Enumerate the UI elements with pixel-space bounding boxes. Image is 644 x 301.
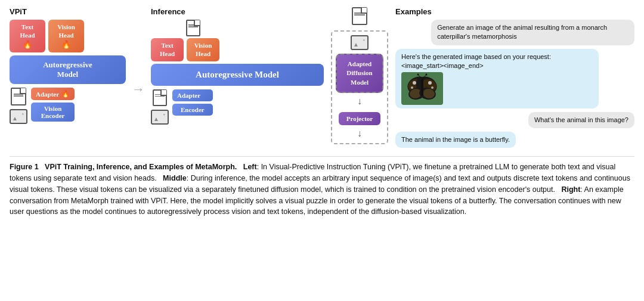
adapted-diffusion-box: Adapted Diffusion Model	[336, 54, 383, 93]
chat-bubble-4: The animal in the image is a butterfly.	[395, 132, 516, 148]
svg-point-10	[428, 81, 432, 85]
projector-box: Projector	[339, 112, 380, 125]
image-icon-diffusion	[351, 35, 369, 50]
vpit-stacked: Adapter 🔥 Vision Encoder	[31, 88, 75, 122]
vpit-adapter: Adapter 🔥	[31, 88, 75, 100]
inference-adapter: Adapter	[172, 89, 213, 101]
vpit-bottom-row: Adapter 🔥 Vision Encoder	[10, 88, 126, 124]
svg-point-9	[413, 81, 416, 85]
vpit-text-head: Text Head 🔥	[10, 20, 45, 52]
diffusion-arrow-down: ↓	[357, 97, 362, 106]
inference-text-head: Text Head	[151, 38, 184, 61]
diffusion-panel: Adapted Diffusion Model ↓ Projector ↓	[330, 7, 389, 148]
flame-icon-adapter: 🔥	[61, 90, 70, 98]
chat-bubble-2: Here's the generated image based on your…	[395, 49, 599, 108]
inference-bottom: Adapter Encoder	[151, 89, 324, 125]
doc-icon-inference2	[153, 89, 167, 106]
svg-rect-13	[421, 79, 423, 96]
vpit-to-inference-arrow: →	[132, 7, 145, 148]
caption-middle-label: Middle	[163, 174, 187, 182]
caption-left-label: Left	[243, 163, 257, 171]
image-icon-vpit	[10, 109, 27, 124]
vpit-vision-head: Vision Head 🔥	[48, 20, 84, 52]
diffusion-dashed-box: Adapted Diffusion Model ↓ Projector ↓	[331, 30, 388, 144]
caption-title: VPiT Training, Inference, and Examples o…	[45, 163, 237, 171]
examples-title: Examples	[395, 7, 634, 16]
svg-point-12	[431, 86, 434, 89]
vpit-heads-row: Text Head 🔥 Vision Head 🔥	[10, 20, 126, 52]
doc-icon-diffusion	[352, 7, 367, 25]
image-icon-inference	[151, 110, 169, 125]
svg-point-11	[411, 86, 413, 89]
inference-title: Inference	[151, 7, 324, 16]
doc-icon-inference	[186, 20, 200, 36]
flame-icon-text: 🔥	[23, 40, 32, 50]
figure-caption: Figure 1 VPiT Training, Inference, and E…	[10, 156, 634, 218]
flame-icon-vision: 🔥	[61, 40, 71, 50]
vpit-panel: VPiT Text Head 🔥 Vision Head 🔥 Autoregre…	[10, 7, 126, 148]
svg-point-17	[426, 73, 428, 75]
caption-right-label: Right	[561, 185, 580, 194]
chat-bubble-1: Generate an image of the animal resultin…	[431, 20, 634, 45]
vpit-title: VPiT	[10, 7, 126, 16]
examples-panel: Examples Generate an image of the animal…	[395, 7, 634, 148]
figure-label: Figure 1	[10, 163, 39, 171]
right-section: Adapted Diffusion Model ↓ Projector ↓ Ex…	[330, 7, 634, 148]
inference-autoregressive: Autoregressive Model	[151, 64, 324, 86]
chat-container: Generate an image of the animal resultin…	[395, 20, 634, 148]
svg-point-16	[417, 73, 419, 75]
inference-encoder: Encoder	[172, 104, 213, 116]
chat-bubble-3: What's the animal in this image?	[528, 112, 634, 128]
vpit-vision-encoder: Vision Encoder	[31, 103, 75, 122]
inference-vision-head: Vision Head	[187, 38, 219, 61]
doc-icon-vpit	[11, 88, 26, 105]
inference-stacked: Adapter Encoder	[172, 89, 213, 116]
projector-arrow-down: ↓	[357, 129, 362, 138]
inference-heads-row: Text Head Vision Head	[151, 38, 324, 61]
inference-panel: Inference Text Head Vision Head Autoregr…	[151, 7, 324, 148]
butterfly-image	[401, 72, 443, 105]
vpit-autoregressive: Autoregressive Model	[10, 55, 126, 84]
